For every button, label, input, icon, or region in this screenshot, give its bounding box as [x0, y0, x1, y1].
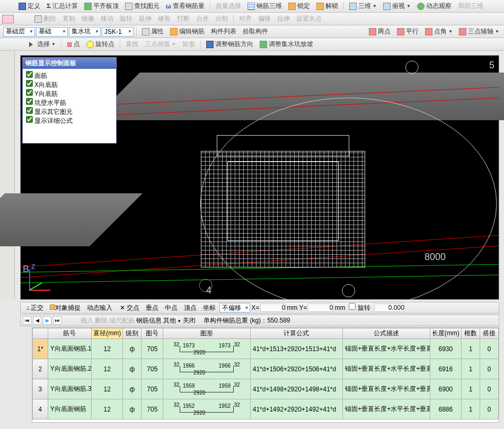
- nav-first[interactable]: ⏮: [23, 316, 31, 325]
- move-button[interactable]: 移动: [98, 13, 116, 24]
- rotate-input[interactable]: [374, 303, 405, 312]
- snap-perp[interactable]: 垂点: [143, 303, 161, 313]
- osnap-button[interactable]: 对象捕捉: [47, 303, 83, 313]
- rebar-3d-button[interactable]: 钢筋三维: [245, 1, 285, 12]
- view-rebar-button[interactable]: ω 查看钢筋量: [163, 1, 207, 12]
- panel-item[interactable]: Y向底筋: [26, 89, 113, 98]
- snap-coord[interactable]: 坐标: [200, 303, 218, 313]
- rect-button[interactable]: 矩形: [180, 39, 198, 50]
- panel-item[interactable]: 显示其它图元: [26, 107, 113, 116]
- align-slab-button[interactable]: 平齐板顶: [82, 1, 121, 12]
- two-point-button[interactable]: 两点: [366, 26, 393, 37]
- arc-button[interactable]: 三点画弧 ▼: [142, 39, 179, 50]
- delete-row-button[interactable]: 删除: [95, 316, 108, 325]
- align-button[interactable]: 对齐: [236, 13, 254, 24]
- adjust-slope-button[interactable]: 调整集水坑放坡: [257, 39, 316, 50]
- property-button[interactable]: 属性: [139, 26, 166, 37]
- grips-button[interactable]: 设置夹点: [294, 13, 324, 24]
- adjust-rebar-dir-button[interactable]: 调整钢筋方向: [204, 39, 256, 50]
- x-input[interactable]: [260, 303, 286, 312]
- three-pt-axis-button[interactable]: 三点辅轴 ▼: [456, 26, 502, 37]
- sum-button[interactable]: Σ 汇总计算: [44, 1, 81, 12]
- table-row[interactable]: 4Y向底面钢筋12ф705321952292019523241*d+1492+2…: [33, 399, 499, 419]
- define-button[interactable]: 定义: [16, 1, 43, 12]
- panel-item[interactable]: 坑壁水平筋: [26, 98, 113, 107]
- insert-row-button[interactable]: 插入: [81, 316, 93, 325]
- close-button[interactable]: 关闭: [183, 316, 196, 325]
- table-row[interactable]: 1*Y向底面钢筋.112ф705321973292019733241*d+151…: [33, 339, 499, 359]
- line-button[interactable]: 直线: [123, 39, 141, 50]
- ortho-button[interactable]: ⊥正交: [23, 303, 46, 313]
- table-row[interactable]: 2Y向底面钢筋.212ф705321966292019663241*d+1506…: [33, 359, 499, 379]
- col-header[interactable]: 长度(mm): [430, 328, 462, 339]
- col-header[interactable]: 图号: [142, 328, 163, 339]
- stretch-button[interactable]: 拉伸: [275, 13, 293, 24]
- merge-button[interactable]: 合并: [193, 13, 211, 24]
- snap-vert[interactable]: 顶点: [181, 303, 199, 313]
- col-header[interactable]: 直径(mm): [91, 328, 123, 339]
- snap-mid[interactable]: 中点: [162, 303, 180, 313]
- col-header[interactable]: 搭接: [480, 328, 499, 339]
- snap-int[interactable]: ✕ 交点: [117, 303, 142, 313]
- panel-item[interactable]: 显示详细公式: [26, 116, 113, 125]
- pick-member-button[interactable]: 拾取构件: [240, 26, 271, 37]
- editrebar-icon: [170, 28, 178, 35]
- col-header[interactable]: 公式描述: [343, 328, 430, 339]
- rebar-table[interactable]: 筋号直径(mm)级别图号图形计算公式公式描述长度(mm)根数搭接 1*Y向底面钢…: [32, 327, 499, 423]
- edit-rebar-button[interactable]: 编辑钢筋: [167, 26, 207, 37]
- top-view-button[interactable]: 俯视 ▼: [381, 1, 413, 12]
- copy-button[interactable]: 复制: [60, 13, 78, 24]
- instance-select[interactable]: JSK-1: [102, 27, 134, 37]
- batch-select-button[interactable]: 批量选择: [213, 1, 244, 12]
- trim-button[interactable]: 修剪: [155, 13, 173, 24]
- lock-button[interactable]: 锁定: [286, 1, 313, 12]
- rebar-info-button[interactable]: 钢筋信息: [136, 316, 162, 325]
- y-input[interactable]: [308, 303, 333, 312]
- nav-prev[interactable]: ◀: [33, 316, 41, 325]
- offset-select[interactable]: 不偏移: [219, 303, 250, 312]
- col-header[interactable]: 计算公式: [250, 328, 343, 339]
- col-header[interactable]: 级别: [123, 328, 142, 339]
- nav-last[interactable]: ⏭: [53, 316, 61, 325]
- y-label: mm Y=: [287, 304, 307, 311]
- find-elem-button[interactable]: 查找图元: [122, 1, 162, 12]
- dimension-label: 8000: [425, 252, 446, 263]
- extend-button[interactable]: 延伸: [136, 13, 154, 24]
- local-3d-button[interactable]: 局部三维: [455, 1, 486, 12]
- pt-angle-button[interactable]: 点角 ▼: [422, 26, 455, 37]
- rotate-button[interactable]: 旋转: [117, 13, 135, 24]
- unlock-button[interactable]: 解锁: [314, 1, 341, 12]
- col-header[interactable]: 筋号: [48, 328, 91, 339]
- rotate-point-button[interactable]: 旋转点: [84, 39, 117, 50]
- break-button[interactable]: 打断: [174, 13, 192, 24]
- viewport-3d[interactable]: 8000 5 4 B Z 钢筋显示控制面板 面筋X向底筋Y向底筋坑壁水平筋显示其…: [20, 55, 499, 300]
- find-icon: [125, 3, 132, 10]
- other-button[interactable]: 其他 ▼: [163, 316, 181, 325]
- adjdir-icon: [206, 41, 214, 48]
- member-list-button[interactable]: 构件列表: [208, 26, 239, 37]
- view-3d-button[interactable]: 三维 ▼: [347, 1, 379, 12]
- rebar-display-panel[interactable]: 钢筋显示控制面板 面筋X向底筋Y向底筋坑壁水平筋显示其它图元显示详细公式: [22, 57, 117, 144]
- panel-item[interactable]: X向底筋: [26, 80, 113, 89]
- orbit-button[interactable]: 动态观察: [414, 1, 454, 12]
- mirror-button[interactable]: 镜像: [79, 13, 97, 24]
- scale-button[interactable]: 缩尺配筋: [109, 316, 135, 325]
- col-header[interactable]: 根数: [462, 328, 480, 339]
- select-mode-button[interactable]: 选择 ▼: [26, 39, 58, 50]
- parallel-button[interactable]: 平行: [394, 26, 421, 37]
- delete2-button[interactable]: 删除: [32, 13, 59, 24]
- col-header[interactable]: [33, 328, 48, 339]
- dynin-button[interactable]: 动态输入: [84, 303, 115, 313]
- floor-select[interactable]: 基础层: [3, 27, 35, 37]
- panel-item[interactable]: 面筋: [26, 71, 113, 80]
- toolbar-member: 基础层 基础 集水坑 JSK-1 属性 编辑钢筋 构件列表 拾取构件 两点 平行…: [0, 25, 504, 38]
- type-select[interactable]: 集水坑: [69, 27, 101, 37]
- split-button[interactable]: 分割: [213, 13, 231, 24]
- offset-button[interactable]: 偏移: [255, 13, 273, 24]
- table-row[interactable]: 3Y向底面钢筋.312ф705321959292019593241*d+1498…: [33, 379, 499, 399]
- point-button[interactable]: ⊠ 点: [64, 39, 83, 50]
- category-select[interactable]: 基础: [36, 27, 68, 37]
- col-header[interactable]: 图形: [163, 328, 250, 339]
- rotate-toggle[interactable]: 旋转: [346, 302, 373, 313]
- nav-next[interactable]: ▶: [43, 316, 51, 325]
